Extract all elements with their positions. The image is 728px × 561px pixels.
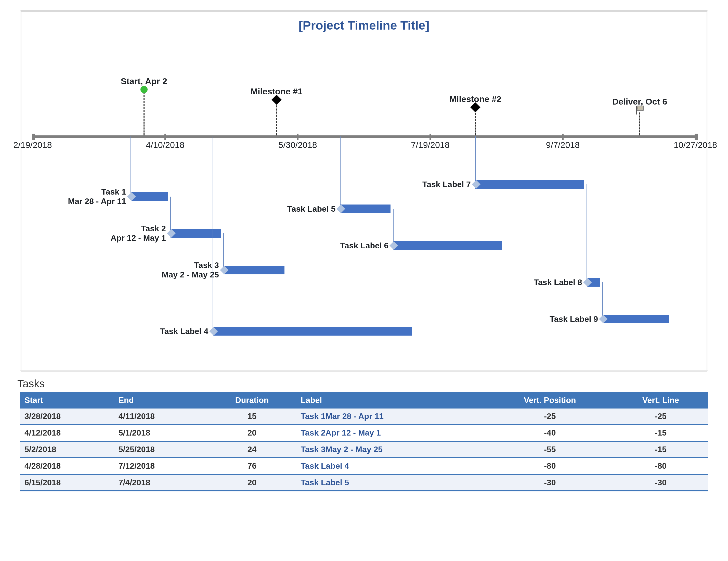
- task-connector: [602, 282, 603, 319]
- axis-label: 10/27/2018: [674, 140, 717, 150]
- task-connector: [587, 184, 587, 282]
- cell-vpos: -80: [487, 458, 613, 474]
- cell-duration: 15: [208, 409, 296, 425]
- cell-label: Task 1Mar 28 - Apr 11: [296, 409, 487, 425]
- cell-label: Task Label 5: [296, 474, 487, 491]
- cell-label: Task 3May 2 - May 25: [296, 441, 487, 458]
- axis-tick: [695, 134, 698, 140]
- cell-start: 6/15/2018: [20, 474, 114, 491]
- cell-end: 7/4/2018: [114, 474, 208, 491]
- cell-vline: -25: [613, 409, 708, 425]
- task-label: Task Label 7: [422, 180, 471, 189]
- milestone-connector: [276, 102, 277, 135]
- task-label: Task Label 8: [534, 278, 582, 287]
- cell-vpos: -25: [487, 409, 613, 425]
- task-connector: [131, 136, 131, 196]
- task-bar: [213, 327, 412, 336]
- task-label: Task 1Mar 28 - Apr 11: [68, 187, 126, 206]
- task-bar: [340, 204, 391, 213]
- task-connector: [170, 196, 171, 233]
- cell-vpos: -40: [487, 425, 613, 441]
- task-bar: [603, 315, 669, 323]
- cell-end: 7/12/2018: [114, 458, 208, 474]
- cell-label: Task Label 4: [296, 458, 487, 474]
- axis-label: 7/19/2018: [411, 140, 449, 150]
- milestone-label: Deliver, Oct 6: [612, 97, 667, 107]
- col-label: Label: [296, 392, 487, 409]
- timeline-axis: [33, 135, 695, 138]
- task-label: Task Label 6: [340, 241, 389, 250]
- cell-start: 3/28/2018: [20, 409, 114, 425]
- col-duration: Duration: [208, 392, 296, 409]
- col-vline: Vert. Line: [613, 392, 708, 409]
- milestone-label: Milestone #2: [449, 94, 501, 104]
- task-bar: [475, 180, 584, 189]
- chart-title: [Project Timeline Title]: [27, 18, 701, 32]
- axis-tick: [164, 134, 166, 140]
- task-connector: [213, 136, 213, 331]
- cell-label: Task 2Apr 12 - May 1: [296, 425, 487, 441]
- task-connector: [475, 136, 476, 184]
- cell-start: 5/2/2018: [20, 441, 114, 458]
- task-label: Task Label 5: [287, 204, 336, 214]
- table-header: Start End Duration Label Vert. Position …: [20, 392, 708, 409]
- start-dot-icon: [140, 86, 148, 93]
- tasks-table: Start End Duration Label Vert. Position …: [20, 392, 708, 491]
- col-start: Start: [20, 392, 114, 409]
- milestone-connector: [639, 112, 640, 135]
- cell-duration: 20: [208, 474, 296, 491]
- cell-vline: -15: [613, 425, 708, 441]
- cell-end: 5/25/2018: [114, 441, 208, 458]
- cell-end: 5/1/2018: [114, 425, 208, 441]
- table-row: 6/15/20187/4/201820Task Label 5-30-30: [20, 474, 708, 491]
- task-label: Task Label 9: [550, 315, 598, 324]
- task-label: Task 2Apr 12 - May 1: [111, 224, 166, 243]
- col-vpos: Vert. Position: [487, 392, 613, 409]
- cell-vline: -80: [613, 458, 708, 474]
- cell-end: 4/11/2018: [114, 409, 208, 425]
- cell-duration: 20: [208, 425, 296, 441]
- milestone-connector: [144, 92, 145, 135]
- table-row: 3/28/20184/11/201815Task 1Mar 28 - Apr 1…: [20, 409, 708, 425]
- cell-vline: -30: [613, 474, 708, 491]
- axis-label: 2/19/2018: [13, 140, 52, 150]
- cell-duration: 24: [208, 441, 296, 458]
- task-label: Task 3May 2 - May 25: [162, 260, 219, 279]
- table-row: 4/12/20185/1/201820Task 2Apr 12 - May 1-…: [20, 425, 708, 441]
- chart-area: 2/19/20184/10/20185/30/20187/19/20189/7/…: [33, 38, 695, 360]
- milestone-connector: [475, 110, 476, 135]
- cell-vpos: -30: [487, 474, 613, 491]
- cell-vpos: -55: [487, 441, 613, 458]
- tasks-section-title: Tasks: [17, 378, 713, 390]
- task-bar: [393, 241, 502, 250]
- cell-start: 4/28/2018: [20, 458, 114, 474]
- cell-start: 4/12/2018: [20, 425, 114, 441]
- milestone-label: Milestone #1: [251, 86, 303, 96]
- task-bar: [587, 278, 600, 287]
- axis-tick: [297, 134, 298, 140]
- table-row: 5/2/20185/25/201824Task 3May 2 - May 25-…: [20, 441, 708, 458]
- task-connector: [393, 209, 394, 245]
- chart-container: [Project Timeline Title] 2/19/20184/10/2…: [20, 10, 708, 372]
- axis-tick: [32, 134, 35, 140]
- cell-duration: 76: [208, 458, 296, 474]
- table-body: 3/28/20184/11/201815Task 1Mar 28 - Apr 1…: [20, 409, 708, 491]
- task-bar: [131, 192, 168, 201]
- task-label: Task Label 4: [160, 327, 208, 336]
- col-end: End: [114, 392, 208, 409]
- axis-tick: [430, 134, 431, 140]
- axis-label: 4/10/2018: [146, 140, 184, 150]
- axis-tick: [562, 134, 564, 140]
- cell-vline: -15: [613, 441, 708, 458]
- task-bar: [224, 266, 284, 274]
- axis-label: 5/30/2018: [278, 140, 317, 150]
- task-connector: [340, 136, 341, 209]
- task-connector: [223, 233, 224, 270]
- milestone-label: Start, Apr 2: [121, 76, 167, 86]
- axis-label: 9/7/2018: [546, 140, 580, 150]
- table-row: 4/28/20187/12/201876Task Label 4-80-80: [20, 458, 708, 474]
